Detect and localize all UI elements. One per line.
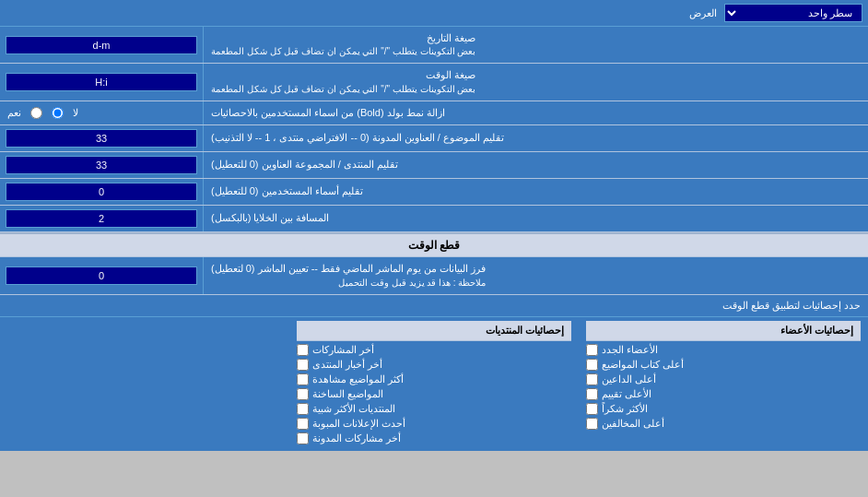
date-format-input[interactable]	[6, 36, 197, 54]
topic-titles-label: تقليم الموضوع / العناوين المدونة (0 -- ا…	[203, 125, 868, 151]
cut-section-header: قطع الوقت	[0, 232, 868, 257]
radio-yes[interactable]	[30, 107, 42, 119]
checkbox-last-blog-posts[interactable]	[297, 432, 309, 444]
usernames-label: تقليم أسماء المستخدمين (0 للتعطيل)	[203, 179, 868, 205]
bold-remove-label: ازالة نمط بولد (Bold) من اسماء المستخدمي…	[203, 101, 868, 124]
checkbox-top-inviters[interactable]	[586, 373, 598, 385]
cell-spacing-input-cell	[0, 206, 203, 231]
cell-spacing-input[interactable]	[6, 209, 197, 228]
list-item: الأكثر شكراً	[586, 403, 861, 415]
list-item: أخر مشاركات المدونة	[297, 432, 571, 444]
radio-no[interactable]	[52, 107, 64, 119]
display-label: العرض	[6, 7, 724, 19]
cut-input[interactable]	[6, 266, 197, 285]
time-format-input[interactable]	[6, 73, 197, 91]
radio-no-label: لا	[73, 107, 78, 119]
display-row: سطر واحدسطرينثلاثة أسطر العرض	[0, 0, 868, 27]
list-item: أعلى كتاب المواضيع	[586, 359, 861, 371]
topic-titles-input-cell	[0, 125, 203, 151]
forum-group-label: تقليم المنتدى / المجموعة العناوين (0 للت…	[203, 152, 868, 178]
checkbox-last-news[interactable]	[297, 359, 309, 371]
list-item: أخر أخبار المنتدى	[297, 359, 571, 371]
time-format-input-cell	[0, 64, 203, 100]
topic-titles-input[interactable]	[6, 129, 197, 148]
checkbox-most-viewed[interactable]	[297, 373, 309, 385]
checkboxes-col1: إحصائيات الأعضاء الأعضاء الجدد أعلى كتاب…	[579, 317, 868, 451]
col1-header: إحصائيات الأعضاء	[586, 321, 861, 341]
usernames-input[interactable]	[6, 183, 197, 201]
list-item: الأعضاء الجدد	[586, 344, 861, 356]
bold-remove-radio-cell: لا نعم	[0, 101, 203, 124]
time-format-row: صيغة الوقت بعض التكوينات يتطلب "/" التي …	[0, 64, 868, 101]
checkboxes-col2: إحصائيات المنتديات أخر المشاركات أخر أخب…	[289, 317, 579, 451]
usernames-row: تقليم أسماء المستخدمين (0 للتعطيل)	[0, 179, 868, 206]
forum-group-row: تقليم المنتدى / المجموعة العناوين (0 للت…	[0, 152, 868, 179]
date-format-label: صيغة التاريخ بعض التكوينات يتطلب "/" الت…	[203, 27, 868, 63]
checkboxes-grid: إحصائيات الأعضاء الأعضاء الجدد أعلى كتاب…	[0, 317, 868, 451]
checkbox-last-posts[interactable]	[297, 344, 309, 356]
checkbox-top-topic-writers[interactable]	[586, 359, 598, 371]
checkbox-most-similar-forums[interactable]	[297, 403, 309, 415]
checkbox-hot-topics[interactable]	[297, 388, 309, 400]
list-item: المنتديات الأكثر شبية	[297, 403, 571, 415]
checkbox-latest-classifieds[interactable]	[297, 418, 309, 430]
cut-input-cell	[0, 257, 203, 293]
list-item: أخر المشاركات	[297, 344, 571, 356]
date-format-input-cell	[0, 27, 203, 63]
time-format-label: صيغة الوقت بعض التكوينات يتطلب "/" التي …	[203, 64, 868, 100]
bold-remove-row: ازالة نمط بولد (Bold) من اسماء المستخدمي…	[0, 101, 868, 125]
list-item: أعلى المخالفين	[586, 418, 861, 430]
list-item: المواضيع الساخنة	[297, 388, 571, 400]
date-format-row: صيغة التاريخ بعض التكوينات يتطلب "/" الت…	[0, 27, 868, 64]
forum-group-input[interactable]	[6, 156, 197, 174]
checkbox-top-rated[interactable]	[586, 388, 598, 400]
cut-label: فرز البيانات من يوم الماشر الماضي فقط --…	[203, 257, 868, 293]
list-item: أعلى الداعين	[586, 373, 861, 385]
checkbox-new-members[interactable]	[586, 344, 598, 356]
checkbox-top-violators[interactable]	[586, 418, 598, 430]
cell-spacing-label: المسافة بين الخلايا (بالبكسل)	[203, 206, 868, 231]
usernames-input-cell	[0, 179, 203, 205]
checkbox-most-thanked[interactable]	[586, 403, 598, 415]
limit-row: حدد إحصائيات لتطبيق قطع الوقت	[0, 295, 868, 317]
forum-group-input-cell	[0, 152, 203, 178]
cell-spacing-row: المسافة بين الخلايا (بالبكسل)	[0, 206, 868, 232]
lines-select[interactable]: سطر واحدسطرينثلاثة أسطر	[724, 4, 862, 22]
list-item: أحدث الإعلانات المبوبة	[297, 418, 571, 430]
cut-row: فرز البيانات من يوم الماشر الماضي فقط --…	[0, 257, 868, 294]
list-item: أكثر المواضيع مشاهدة	[297, 373, 571, 385]
radio-yes-label: نعم	[7, 107, 21, 119]
list-item: الأعلى تقييم	[586, 388, 861, 400]
col2-header: إحصائيات المنتديات	[297, 321, 571, 341]
checkboxes-col3	[0, 317, 289, 451]
topic-titles-row: تقليم الموضوع / العناوين المدونة (0 -- ا…	[0, 125, 868, 152]
